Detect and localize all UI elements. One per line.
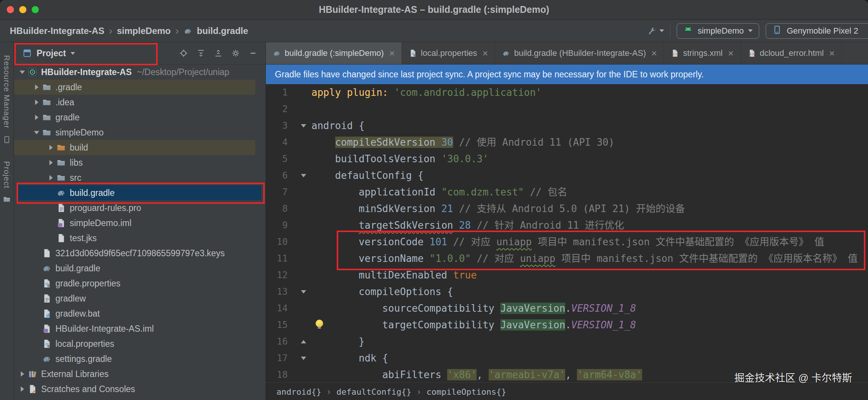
breadcrumb-item[interactable]: simpleDemo xyxy=(117,26,171,36)
chevron-expanded-icon[interactable] xyxy=(17,71,28,74)
breadcrumb-item[interactable]: HBuilder-Integrate-AS xyxy=(10,26,104,36)
tree-row[interactable]: Scratches and Consoles xyxy=(14,382,265,397)
code-line: 10 versionCode 101 // 对应 uniapp 项目中 mani… xyxy=(266,234,868,250)
tree-row[interactable]: gradlew.bat xyxy=(14,306,265,321)
tree-row[interactable]: build xyxy=(14,140,265,155)
tool-window-button-project[interactable]: Project xyxy=(2,161,11,203)
chevron-expanded-icon[interactable] xyxy=(31,131,42,134)
collapse-all-icon[interactable] xyxy=(213,48,223,58)
tree-row[interactable]: build.gradle xyxy=(14,261,265,276)
code-editor[interactable]: 1apply plugin: 'com.android.application'… xyxy=(266,84,868,382)
tool-window-button-label: Project xyxy=(2,161,11,188)
tree-row[interactable]: gradle.properties xyxy=(14,276,265,291)
tree-row[interactable]: 321d3d069d9f65ecf7109865599797e3.keys xyxy=(14,246,265,261)
scratch-icon xyxy=(28,384,37,394)
tree-row[interactable]: settings.gradle xyxy=(14,351,265,366)
tree-row[interactable]: simpleDemo.iml xyxy=(14,215,265,231)
tree-item-label: test.jks xyxy=(70,233,97,243)
close-tab-icon[interactable]: × xyxy=(651,48,657,58)
sync-notification-text: Gradle files have changed since last pro… xyxy=(275,69,704,80)
chevron-collapsed-icon[interactable] xyxy=(17,386,28,392)
tree-row[interactable]: HBuilder-Integrate-AS.iml xyxy=(14,321,265,336)
window-controls xyxy=(7,0,39,19)
close-tab-icon[interactable]: × xyxy=(728,48,734,58)
line-number: 11 xyxy=(266,250,288,267)
project-panel-title[interactable]: Project xyxy=(37,48,66,58)
tool-window-button-resource-manager[interactable]: Resource Manager xyxy=(2,55,11,144)
chevron-collapsed-icon[interactable] xyxy=(31,100,42,105)
tree-row[interactable]: simpleDemo xyxy=(14,125,265,140)
gradle-file-icon xyxy=(42,354,52,364)
fold-down-icon[interactable] xyxy=(298,350,309,366)
tree-item-label: gradlew.bat xyxy=(55,309,100,319)
tree-row[interactable]: .idea xyxy=(14,95,265,110)
close-window-button[interactable] xyxy=(7,6,14,13)
editor-tab[interactable]: local.properties× xyxy=(402,42,495,64)
fold-down-icon[interactable] xyxy=(298,167,309,184)
tree-row[interactable]: libs xyxy=(14,155,265,170)
build-variants-menu[interactable] xyxy=(647,26,664,36)
device-icon[interactable] xyxy=(3,135,11,144)
expand-all-icon[interactable] xyxy=(196,48,206,58)
editor-breadcrumb-item[interactable]: compileOptions{} xyxy=(426,387,506,397)
run-config-label: simpleDemo xyxy=(698,26,744,36)
editor-tab[interactable]: build.gradle (HBuilder-Integrate-AS)× xyxy=(495,42,664,64)
ide-window: HBuilder-Integrate-AS – build.gradle (:s… xyxy=(0,0,868,400)
wrench-icon xyxy=(647,26,657,36)
zoom-window-button[interactable] xyxy=(32,6,39,13)
editor-breadcrumb-item[interactable]: android{} xyxy=(276,387,321,397)
text-file-icon xyxy=(42,294,52,303)
tree-row[interactable]: build.gradle xyxy=(14,185,265,200)
tree-row[interactable]: gradlew xyxy=(14,291,265,306)
chevron-collapsed-icon[interactable] xyxy=(46,145,56,150)
chevron-down-icon xyxy=(659,29,664,32)
device-selector[interactable]: Genymobile Pixel 2 xyxy=(765,23,868,39)
code-text: sourceCompatibility JavaVersion.VERSION_… xyxy=(266,300,868,317)
breadcrumb-item[interactable]: build.gradle xyxy=(197,26,248,36)
settings-gear-icon[interactable] xyxy=(231,48,241,58)
project-view-selector[interactable] xyxy=(22,48,32,58)
tree-row[interactable]: proguard-rules.pro xyxy=(14,200,265,215)
editor-breadcrumb-item[interactable]: defaultConfig{} xyxy=(336,387,411,397)
close-tab-icon[interactable]: × xyxy=(829,48,835,58)
tree-row[interactable]: External Libraries xyxy=(14,366,265,382)
fold-down-icon[interactable] xyxy=(298,283,309,300)
locate-icon[interactable] xyxy=(179,48,189,58)
minimize-window-button[interactable] xyxy=(19,6,26,13)
tree-row[interactable]: src xyxy=(14,170,265,185)
tree-row[interactable]: gradle xyxy=(14,110,265,125)
tree-row[interactable]: test.jks xyxy=(14,231,265,246)
project-tree[interactable]: HBuilder-Integrate-AS~/Desktop/Project/u… xyxy=(14,65,265,400)
folder-icon[interactable] xyxy=(3,195,11,203)
run-config-selector[interactable]: simpleDemo xyxy=(676,23,759,39)
fold-down-icon[interactable] xyxy=(298,117,309,134)
chevron-collapsed-icon[interactable] xyxy=(31,115,42,120)
code-line: 15 targetCompatibility JavaVersion.VERSI… xyxy=(266,317,868,333)
tree-item-label: gradle.properties xyxy=(55,278,121,289)
editor-tab[interactable]: dcloud_error.html× xyxy=(741,42,842,64)
line-number: 12 xyxy=(266,267,288,283)
code-line: 11 versionName "1.0.0" // 对应 uniapp 项目中 … xyxy=(266,250,868,267)
line-number: 18 xyxy=(266,366,288,382)
fold-up-icon[interactable] xyxy=(298,333,309,350)
chevron-collapsed-icon[interactable] xyxy=(46,160,56,165)
html-file-icon xyxy=(748,49,756,57)
intention-bulb-icon[interactable] xyxy=(316,320,323,327)
project-view-icon xyxy=(22,48,32,58)
close-tab-icon[interactable]: × xyxy=(482,48,488,58)
close-tab-icon[interactable]: × xyxy=(389,48,395,58)
folder-icon xyxy=(42,82,52,92)
chevron-collapsed-icon[interactable] xyxy=(17,371,28,377)
android-studio-project-icon xyxy=(28,67,37,77)
editor-tab[interactable]: build.gradle (:simpleDemo)× xyxy=(266,42,402,64)
tree-row[interactable]: .gradle xyxy=(14,80,265,95)
tree-row[interactable]: HBuilder-Integrate-AS~/Desktop/Project/u… xyxy=(14,65,265,80)
code-text: compileSdkVersion 30 // 使用 Android 11 (A… xyxy=(266,134,868,151)
editor-tab[interactable]: strings.xml× xyxy=(664,42,741,64)
chevron-collapsed-icon[interactable] xyxy=(31,85,42,90)
chevron-collapsed-icon[interactable] xyxy=(46,175,56,180)
code-text: applicationId "com.dzm.test" // 包名 xyxy=(266,184,868,200)
tree-row[interactable]: local.properties xyxy=(14,336,265,351)
folder-icon xyxy=(56,158,66,168)
hide-icon[interactable] xyxy=(248,48,258,58)
